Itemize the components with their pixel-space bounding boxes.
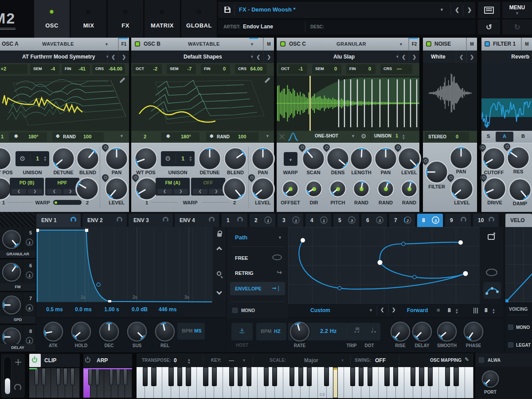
- matrix-slot-6[interactable]: 61FM: [0, 260, 35, 292]
- osc-a-wtpos-knob[interactable]: [0, 147, 12, 171]
- black-key[interactable]: [143, 367, 148, 386]
- noise-display[interactable]: [423, 63, 477, 131]
- noise-filter-knob[interactable]: [425, 160, 449, 184]
- filter1-cutoff-knob[interactable]: [482, 147, 506, 171]
- osc-b-phase-menu-icon[interactable]: ▼: [266, 134, 270, 138]
- osc-a-fin[interactable]: FIN-41: [62, 64, 90, 74]
- black-key[interactable]: [238, 367, 243, 386]
- osc-b-phase[interactable]: Φ180°: [161, 132, 200, 141]
- always-checkbox[interactable]: [479, 357, 484, 363]
- envelope-display[interactable]: 1s 2s 3s: [36, 227, 213, 302]
- osc-b-mute[interactable]: M: [263, 38, 274, 51]
- black-key[interactable]: [419, 367, 424, 386]
- osc-c-length-knob[interactable]: [349, 147, 373, 171]
- osc-b-voices[interactable]: 2: [144, 134, 146, 139]
- noise-mute[interactable]: M: [466, 38, 477, 51]
- tab-lfo3[interactable]: 31: [278, 214, 303, 227]
- osc-c-fin[interactable]: FIN0: [346, 64, 376, 74]
- osc-b-crs[interactable]: CRS64.00: [235, 64, 267, 74]
- black-key[interactable]: [203, 367, 208, 386]
- osc-b-phase-rand[interactable]: ΦRAND100: [206, 132, 258, 141]
- next[interactable]: ❯: [174, 189, 188, 194]
- matrix-5-knob[interactable]: [2, 230, 21, 249]
- osc-c-sem[interactable]: SEM0: [312, 64, 341, 74]
- osc-c-warp-dropdown[interactable]: ▼: [284, 152, 297, 166]
- noise-pan-knob[interactable]: [449, 146, 473, 170]
- tab-lfo10[interactable]: 10: [473, 214, 499, 227]
- xy-direction[interactable]: Forward: [407, 307, 428, 313]
- osc-a-type-dropdown-icon[interactable]: ▼: [105, 42, 109, 47]
- osc-b-blend-knob[interactable]: [223, 147, 247, 171]
- filter1-mute[interactable]: M: [521, 38, 532, 51]
- black-key[interactable]: [428, 367, 433, 386]
- preset-browser-button[interactable]: [478, 2, 500, 18]
- filter1-mode-b[interactable]: B: [521, 133, 525, 139]
- osc-c-playmode[interactable]: ONE-SHOT: [315, 133, 338, 138]
- osc-a-level-knob[interactable]: [105, 177, 129, 201]
- osc-b-fin[interactable]: FIN0: [201, 64, 230, 74]
- osc-b-wtpos-knob[interactable]: [134, 147, 158, 171]
- black-key[interactable]: [384, 367, 389, 386]
- black-key[interactable]: [110, 368, 113, 385]
- tab-env1[interactable]: ENV 1: [36, 214, 81, 227]
- osc-b-oct[interactable]: OCT-2: [133, 64, 162, 74]
- black-key[interactable]: [298, 367, 303, 386]
- osc-c-crs[interactable]: CRS—: [380, 64, 412, 74]
- osc-a-wavetable-display[interactable]: [0, 76, 129, 131]
- osc-c-sample-display[interactable]: [277, 76, 419, 131]
- tab-global[interactable]: GLOBAL: [181, 0, 217, 38]
- osc-c-type[interactable]: GRANULAR: [336, 41, 366, 47]
- black-key[interactable]: [168, 367, 173, 386]
- triplet-icon[interactable]: ♬: [354, 326, 360, 334]
- black-key[interactable]: [95, 368, 99, 385]
- path-dropdown-icon[interactable]: ▼: [278, 235, 282, 240]
- main-keyboard[interactable]: C3: [137, 367, 473, 398]
- lfo-rise-knob[interactable]: [390, 321, 411, 342]
- black-key[interactable]: [368, 367, 372, 386]
- mapping-edit-icon[interactable]: ✎: [465, 356, 469, 363]
- shape-curve-button[interactable]: [483, 282, 501, 299]
- osc-a-pan-knob[interactable]: [105, 147, 129, 171]
- osc-c-dir-knob[interactable]: [305, 180, 323, 198]
- lfo-delay-knob[interactable]: [412, 321, 432, 342]
- lfo-phase-knob[interactable]: [463, 321, 484, 342]
- env-hold-value[interactable]: 0.0 ms: [75, 306, 91, 313]
- tab-lfo7[interactable]: 72: [389, 214, 415, 227]
- osc-b-warp2-select[interactable]: OFF❮❯: [191, 178, 225, 196]
- osc-c-fx-route[interactable]: F2: [408, 38, 419, 51]
- tab-matrix[interactable]: MATRIX: [145, 0, 180, 38]
- host-sync-button[interactable]: ⚓: [231, 323, 253, 340]
- matrix-6-knob[interactable]: [2, 262, 21, 282]
- osc-c-level-knob[interactable]: [397, 147, 421, 171]
- unison-settings-icon[interactable]: ⚙: [165, 155, 171, 163]
- cutoff-marker[interactable]: [484, 125, 489, 131]
- osc-b-detune-knob[interactable]: [198, 147, 222, 171]
- xy-pad-icon[interactable]: [15, 359, 21, 365]
- black-key[interactable]: [70, 368, 74, 385]
- noise-level-knob[interactable]: [450, 177, 474, 201]
- xy-steps-value[interactable]: 8: [485, 307, 488, 313]
- osc-a-crs[interactable]: CRS-64.00: [92, 64, 125, 74]
- osc-a-phase-menu-icon[interactable]: ▼: [120, 134, 124, 138]
- osc-b-warp2-knob[interactable]: [223, 177, 246, 201]
- osc-a-voices[interactable]: 1: [1, 134, 4, 139]
- black-key[interactable]: [177, 367, 182, 386]
- osc-a-fx-route[interactable]: F1: [118, 38, 129, 51]
- tab-lfo8[interactable]: 83: [417, 214, 443, 227]
- black-key[interactable]: [246, 367, 251, 386]
- matrix-slot-8[interactable]: 81DELAY: [0, 325, 35, 352]
- tab-lfo4[interactable]: 41: [305, 214, 331, 227]
- osc-a-type[interactable]: WAVETABLE: [42, 41, 74, 47]
- preset-prev-button[interactable]: ❮: [455, 7, 459, 13]
- osc-b-unison-box[interactable]: ⚙ 1 ▲▼: [161, 151, 195, 166]
- black-key[interactable]: [186, 367, 191, 386]
- black-key[interactable]: [35, 368, 39, 385]
- black-key[interactable]: [350, 367, 355, 386]
- lock-icon[interactable]: [217, 233, 222, 237]
- osc-b-type[interactable]: WAVETABLE: [188, 41, 220, 47]
- osc-b-preset[interactable]: Default Shapes: [184, 54, 222, 60]
- osc-a-phase[interactable]: Φ180°: [9, 132, 47, 141]
- tab-env3[interactable]: ENV 3: [129, 214, 173, 227]
- scale-value[interactable]: Major: [304, 357, 318, 364]
- black-key[interactable]: [151, 367, 156, 386]
